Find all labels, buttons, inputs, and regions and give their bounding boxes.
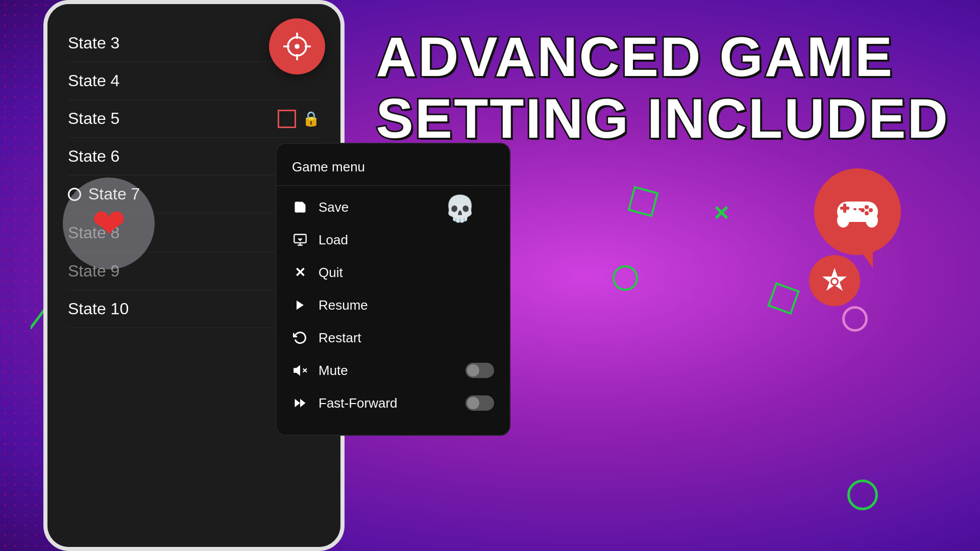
state-4-label: State 4: [68, 71, 119, 90]
svg-point-1: [295, 44, 300, 49]
game-menu-title: Game menu: [277, 159, 509, 186]
mute-icon: [292, 362, 308, 379]
game-menu-panel: Game menu Save Load ✕ Quit Resume Restar…: [276, 143, 510, 436]
svg-point-21: [865, 211, 869, 215]
svg-point-26: [832, 279, 837, 284]
svg-point-19: [869, 208, 873, 212]
quit-icon: ✕: [292, 264, 308, 281]
state-6-label: State 6: [68, 147, 119, 166]
mute-toggle[interactable]: [465, 363, 494, 378]
heart-icon: ❤: [92, 200, 126, 247]
menu-item-quit[interactable]: ✕ Quit: [277, 256, 509, 289]
svg-point-14: [837, 213, 849, 228]
svg-marker-12: [300, 399, 306, 407]
quit-label: Quit: [318, 265, 494, 281]
skull-deco: 💀: [444, 194, 476, 223]
svg-point-15: [866, 213, 878, 228]
heart-circle: ❤: [63, 178, 155, 269]
state-item-5[interactable]: State 5 🔒: [68, 100, 320, 138]
fast-forward-label: Fast-Forward: [318, 395, 455, 411]
save-icon: [292, 199, 308, 215]
resume-icon: [292, 297, 308, 313]
mute-toggle-knob: [467, 364, 479, 377]
load-label: Load: [318, 232, 494, 248]
title-area: ADVANCED GAME SETTING INCLUDED: [376, 26, 949, 149]
menu-item-restart[interactable]: Restart: [277, 321, 509, 354]
restart-icon: [292, 330, 308, 346]
title-line2: SETTING INCLUDED: [376, 87, 949, 149]
svg-marker-8: [294, 366, 300, 374]
lock-icon-5: 🔒: [302, 110, 320, 127]
svg-point-18: [865, 205, 869, 209]
crosshair-button[interactable]: [269, 18, 325, 74]
state-10-label: State 10: [68, 299, 129, 318]
load-icon: [292, 232, 308, 248]
controller-circle: [814, 168, 901, 255]
state-5-label: State 5: [68, 109, 119, 128]
fast-forward-toggle[interactable]: [465, 395, 494, 411]
svg-marker-11: [295, 399, 301, 407]
restart-label: Restart: [318, 330, 494, 346]
menu-item-mute[interactable]: Mute: [277, 354, 509, 387]
svg-rect-23: [859, 208, 862, 210]
mute-label: Mute: [318, 363, 455, 379]
state-3-label: State 3: [68, 34, 119, 53]
menu-item-load[interactable]: Load: [277, 223, 509, 256]
svg-rect-17: [843, 204, 846, 213]
resume-label: Resume: [318, 297, 494, 313]
svg-marker-7: [297, 300, 304, 310]
svg-rect-22: [853, 208, 856, 210]
title-line1: ADVANCED GAME: [376, 26, 949, 87]
fast-forward-toggle-knob: [467, 397, 479, 409]
square-outline-icon: [278, 110, 296, 128]
menu-item-fast-forward[interactable]: Fast-Forward: [277, 387, 509, 419]
fast-forward-icon: [292, 395, 308, 411]
menu-item-resume[interactable]: Resume: [277, 289, 509, 321]
star-badge: [809, 255, 860, 306]
